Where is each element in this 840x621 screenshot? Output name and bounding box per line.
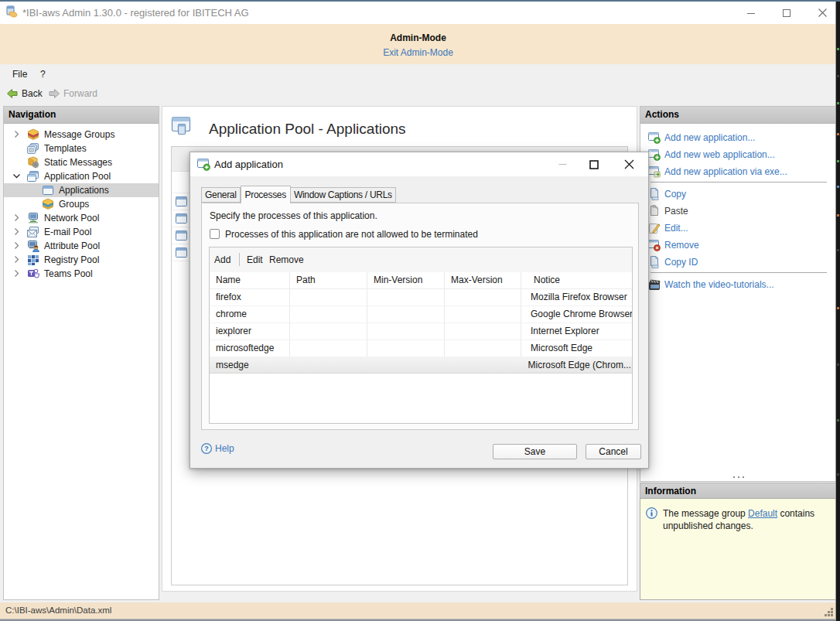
tree-item-network-pool[interactable]: Network Pool [4,211,159,225]
cell-path [290,340,367,357]
information-body: The message group Default contains unpub… [640,498,836,600]
action-copy-id[interactable]: Copy ID [640,254,835,271]
dialog-title: Add application [214,159,283,170]
table-row-chrome[interactable]: chrome Google Chrome Browser [210,306,632,323]
email-pool-icon [27,226,39,238]
tree-item-templates[interactable]: Templates [4,142,159,155]
resize-grip-icon[interactable] [823,606,833,616]
exit-admin-mode-link[interactable]: Exit Admin-Mode [383,47,453,58]
cell-max-version [445,323,521,340]
table-row-microsoftedge[interactable]: microsoftedge Microsoft Edge [210,340,632,357]
cell-name: iexplorer [210,323,290,340]
chevron-right-icon[interactable] [13,242,20,249]
tree-item-message-groups[interactable]: Message Groups [4,128,159,142]
chevron-right-icon[interactable] [13,256,20,263]
tree-item-teams-pool[interactable]: Teams Pool [4,267,159,281]
processes-listbox: Add Edit Remove Name Path Min-Version Ma… [209,247,633,424]
process-add-button[interactable]: Add [213,253,232,267]
tree-item-application-pool[interactable]: Application Pool [4,169,159,183]
tree-item-email-pool[interactable]: E-mail Pool [4,225,159,239]
cell-min-version [367,340,445,357]
desktop-background-sliver [836,2,840,621]
column-header-name[interactable]: Name [210,272,290,289]
chevron-down-icon[interactable] [13,172,20,179]
save-button[interactable]: Save [493,444,577,459]
tree-item-label: Applications [59,185,109,196]
cell-name: msedge [210,357,290,373]
tab-window-captions-urls[interactable]: Window Captions / URLs [291,187,396,203]
back-button[interactable]: Back [4,84,45,103]
tree-item-label: Message Groups [44,129,114,140]
groups-icon [42,198,54,210]
action-label: Add new application... [664,132,755,143]
tree-item-attribute-pool[interactable]: Attribute Pool [4,239,159,253]
cell-notice: Internet Explorer [521,323,632,340]
minimize-button[interactable] [738,2,764,24]
copy-icon [648,188,661,200]
process-remove-button[interactable]: Remove [268,253,306,267]
forward-label: Forward [63,88,97,99]
cell-name: chrome [210,306,290,323]
minimize-icon [746,9,756,18]
help-label: Help [215,443,234,454]
info-icon [646,507,657,519]
dialog-maximize-button[interactable] [579,152,609,176]
splitter-handle[interactable] [733,476,746,479]
column-header-max-version[interactable]: Max-Version [445,272,521,289]
action-add-new-application-via-exe[interactable]: Add new application via exe... [640,163,835,180]
forward-button[interactable]: Forward [46,84,100,103]
menu-file[interactable]: File [8,67,32,82]
action-copy[interactable]: Copy [640,186,835,203]
maximize-icon [782,9,791,18]
table-row-iexplorer[interactable]: iexplorer Internet Explorer [210,323,632,340]
menu-help[interactable]: ? [36,67,50,82]
default-message-group-link[interactable]: Default [748,508,777,519]
help-link[interactable]: ? Help [201,443,234,454]
maximize-button[interactable] [773,2,800,24]
column-header-path[interactable]: Path [290,272,367,289]
add-application-dialog: Add application General Processes Window… [190,152,649,469]
action-watch-video-tutorials[interactable]: Watch the video-tutorials... [640,276,835,293]
process-edit-button[interactable]: Edit [245,253,265,267]
table-row-firefox[interactable]: firefox Mozilla Firefox Browser [210,289,632,306]
attribute-pool-icon [27,240,39,252]
cell-min-version [367,289,445,306]
navigation-header: Navigation [4,107,159,124]
tree-item-label: Network Pool [44,213,99,223]
table-row-msedge-selected[interactable]: msedge Microsoft Edge (Chrom... [210,357,632,374]
tree-item-registry-pool[interactable]: Registry Pool [4,253,159,267]
chevron-right-icon[interactable] [13,270,20,277]
cell-min-version [367,323,445,340]
tree-item-label: Teams Pool [44,268,93,279]
column-header-notice[interactable]: Notice [521,272,632,289]
tree-item-static-messages[interactable]: Static Messages [4,155,159,169]
action-remove[interactable]: Remove [640,237,835,254]
column-header-min-version[interactable]: Min-Version [367,272,445,289]
add-application-dialog-icon [197,158,210,171]
chevron-right-icon[interactable] [13,228,20,235]
cancel-button[interactable]: Cancel [586,444,641,459]
action-add-new-web-application[interactable]: Add new web application... [640,146,835,163]
information-text-before: The message group [663,508,748,519]
actions-list: Add new application... Add new web appli… [640,124,835,293]
copy-id-icon [648,256,661,268]
cell-path [290,306,367,323]
tree-item-groups[interactable]: Groups [4,197,159,211]
help-icon: ? [201,443,212,454]
cell-notice: Mozilla Firefox Browser [521,289,632,306]
action-edit[interactable]: Edit... [640,220,835,237]
tab-processes[interactable]: Processes [241,186,291,203]
terminate-checkbox[interactable] [210,229,220,239]
application-window-icon [176,196,187,206]
tree-item-applications[interactable]: Applications [4,183,159,197]
close-button[interactable] [809,2,835,24]
dialog-close-button[interactable] [614,152,644,176]
chevron-right-icon[interactable] [13,214,20,221]
dialog-maximize-icon [589,160,599,169]
chevron-right-icon[interactable] [13,131,20,138]
tab-general[interactable]: General [201,187,241,203]
registry-pool-icon [27,254,39,266]
application-pool-icon [27,170,39,183]
action-add-new-application[interactable]: Add new application... [640,129,835,146]
dialog-close-icon [624,159,634,169]
